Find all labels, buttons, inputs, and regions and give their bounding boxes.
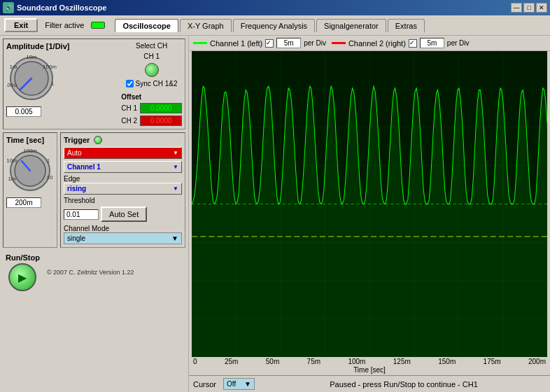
select-ch-label: Select CH bbox=[136, 42, 167, 50]
maximize-button[interactable]: □ bbox=[523, 3, 535, 13]
trigger-led bbox=[94, 136, 102, 144]
ch1-channel-label: Channel 1 (left) bbox=[210, 39, 262, 48]
time-tick-1: 25m bbox=[225, 358, 238, 365]
cursor-dropdown[interactable]: Off ▼ bbox=[223, 378, 255, 390]
cursor-label: Cursor bbox=[193, 380, 216, 388]
ch1-label: CH 1 bbox=[143, 52, 160, 60]
window-title: Soundcard Oszilloscope bbox=[17, 4, 106, 12]
ch1-perdiv-label: per Div bbox=[304, 39, 326, 47]
tab-xy-graph[interactable]: X-Y Graph bbox=[180, 19, 232, 32]
trigger-channel-dropdown[interactable]: Channel 1 ▼ bbox=[64, 161, 182, 173]
ch2-perdiv-input[interactable] bbox=[420, 38, 444, 48]
svg-text:10m: 10m bbox=[26, 54, 37, 60]
channel-mode-dropdown[interactable]: single ▼ bbox=[64, 232, 182, 244]
right-panel: Channel 1 (left) per Div Channel 2 (righ… bbox=[189, 36, 550, 392]
ch1-checkbox[interactable] bbox=[265, 39, 274, 48]
ch2-color-line bbox=[332, 42, 346, 44]
bottom-bar: Cursor Off ▼ Paused - press Run/Stop to … bbox=[189, 375, 550, 392]
trigger-edge-dropdown[interactable]: rising ▼ bbox=[64, 183, 182, 195]
time-tick-5: 125m bbox=[393, 358, 411, 365]
trigger-edge-arrow: ▼ bbox=[173, 186, 178, 192]
trigger-channel-arrow: ▼ bbox=[173, 164, 178, 170]
offset-ch1-label: CH 1 bbox=[121, 104, 137, 112]
time-tick-3: 75m bbox=[307, 358, 320, 365]
trigger-mode-arrow: ▼ bbox=[173, 150, 178, 156]
runstop-row: Run/Stop © 2007 C. Zeitnitz Version 1.22 bbox=[3, 251, 185, 294]
main-window: Exit Filter active Oscilloscope X-Y Grap… bbox=[0, 15, 550, 392]
time-tick-7: 175m bbox=[484, 358, 501, 365]
ch1-color-line bbox=[193, 42, 207, 44]
auto-set-button[interactable]: Auto Set bbox=[101, 206, 147, 222]
offset-ch2-label: CH 2 bbox=[121, 117, 137, 125]
tab-signalgenerator[interactable]: Signalgenerator bbox=[316, 19, 386, 32]
ch2-indicator: Channel 2 (right) per Div bbox=[332, 38, 470, 48]
runstop-button[interactable] bbox=[8, 263, 36, 291]
channel-bar: Channel 1 (left) per Div Channel 2 (righ… bbox=[189, 36, 550, 51]
time-tick-8: 200m bbox=[528, 358, 546, 365]
cursor-value: Off bbox=[227, 380, 236, 388]
svg-text:1m: 1m bbox=[9, 64, 17, 70]
time-tick-6: 150m bbox=[438, 358, 456, 365]
filter-led bbox=[91, 22, 105, 29]
svg-text:100u: 100u bbox=[6, 82, 17, 88]
time-axis-unit: Time [sec] bbox=[189, 366, 550, 375]
trigger-mode-dropdown[interactable]: Auto ▼ bbox=[64, 147, 182, 159]
close-button[interactable]: ✕ bbox=[536, 3, 547, 13]
time-tick-0: 0 bbox=[193, 358, 197, 365]
title-bar: 🔊 Soundcard Oszilloscope — □ ✕ bbox=[0, 0, 550, 15]
filter-label: Filter active bbox=[45, 21, 84, 29]
amplitude-section: Amplitude [1/Div] 10m 100m 1 bbox=[3, 38, 185, 130]
offset-ch2-input[interactable] bbox=[140, 115, 182, 126]
tab-frequency-analysis[interactable]: Frequency Analysis bbox=[233, 19, 315, 32]
trigger-title: Trigger bbox=[64, 136, 90, 144]
channel-mode-arrow: ▼ bbox=[171, 234, 178, 242]
tab-oscilloscope[interactable]: Oscilloscope bbox=[115, 19, 178, 32]
sync-check[interactable] bbox=[126, 80, 134, 88]
trigger-section: Trigger Auto ▼ Channel 1 ▼ Edge rising bbox=[60, 132, 185, 248]
amplitude-value: 0.005 bbox=[6, 106, 41, 117]
tab-extras[interactable]: Extras bbox=[388, 19, 425, 32]
runstop-label: Run/Stop bbox=[6, 253, 40, 262]
time-tick-4: 100m bbox=[348, 358, 365, 365]
amplitude-knob[interactable]: 10m 100m 1 100u 1m bbox=[6, 53, 57, 105]
amplitude-knob-area: Amplitude [1/Div] 10m 100m 1 bbox=[6, 42, 118, 126]
offset-ch1-input[interactable] bbox=[140, 103, 182, 113]
minimize-button[interactable]: — bbox=[511, 3, 522, 13]
svg-text:100m: 100m bbox=[43, 64, 57, 70]
channel-mode-label: Channel Mode bbox=[64, 225, 182, 232]
time-value: 200m bbox=[6, 197, 41, 208]
copyright: © 2007 C. Zeitnitz Version 1.22 bbox=[47, 269, 134, 276]
exit-button[interactable]: Exit bbox=[4, 18, 38, 32]
ch2-checkbox[interactable] bbox=[409, 39, 417, 48]
content-area: Amplitude [1/Div] 10m 100m 1 bbox=[0, 36, 550, 392]
select-ch-area: Select CH CH 1 Sync CH 1&2 Offset CH 1 bbox=[121, 42, 182, 126]
threshold-label: Threshold bbox=[64, 197, 182, 204]
amplitude-title: Amplitude [1/Div] bbox=[6, 42, 118, 50]
cursor-arrow: ▼ bbox=[244, 380, 251, 388]
svg-text:1: 1 bbox=[51, 80, 55, 87]
time-tick-2: 50m bbox=[266, 358, 279, 365]
time-trigger-row: Time [sec] 100m 1 10 1m 10m bbox=[3, 132, 185, 248]
ch1-perdiv-input[interactable] bbox=[276, 38, 301, 48]
offset-ch2-row: CH 2 bbox=[121, 115, 182, 126]
threshold-input[interactable] bbox=[64, 209, 99, 220]
time-section: Time [sec] 100m 1 10 1m 10m bbox=[3, 132, 57, 248]
time-axis: 0 25m 50m 75m 100m 125m 150m 175m 200m bbox=[189, 357, 550, 366]
svg-text:10m: 10m bbox=[6, 158, 17, 164]
app-icon: 🔊 bbox=[3, 2, 14, 13]
sync-checkbox[interactable]: Sync CH 1&2 bbox=[126, 80, 178, 88]
ch2-channel-label: Channel 2 (right) bbox=[348, 39, 406, 48]
oscilloscope-canvas bbox=[192, 51, 547, 357]
sync-label: Sync CH 1&2 bbox=[136, 80, 178, 88]
edge-label: Edge bbox=[64, 175, 182, 183]
toolbar: Exit Filter active Oscilloscope X-Y Grap… bbox=[0, 15, 550, 36]
ch2-perdiv-label: per Div bbox=[447, 39, 470, 47]
left-panel: Amplitude [1/Div] 10m 100m 1 bbox=[0, 36, 189, 392]
status-text: Paused - press Run/Stop to continue - CH… bbox=[262, 380, 546, 388]
time-knob[interactable]: 100m 1 10 1m 10m bbox=[6, 147, 54, 196]
ch1-led bbox=[145, 63, 159, 77]
scope-display bbox=[192, 51, 547, 357]
runstop-section: Run/Stop bbox=[6, 253, 40, 291]
offset-ch1-row: CH 1 bbox=[121, 103, 182, 113]
offset-section: Offset CH 1 CH 2 bbox=[121, 93, 182, 126]
